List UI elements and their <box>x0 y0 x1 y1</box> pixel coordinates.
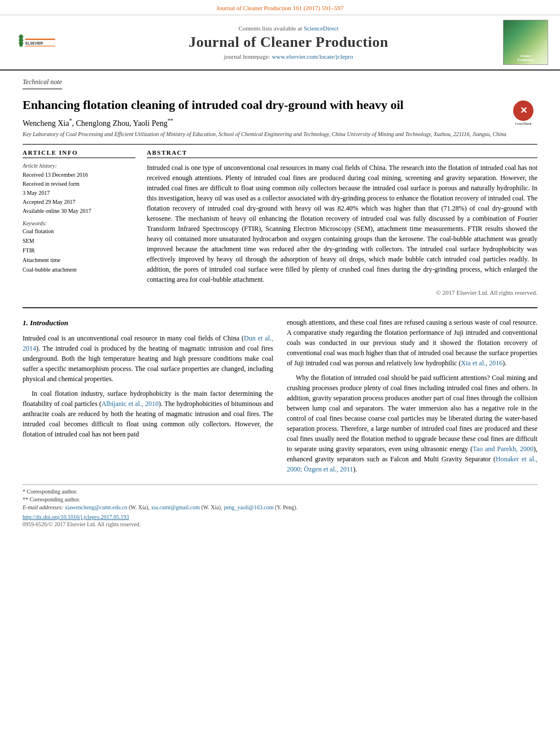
footnote-corresponding-2: ** Corresponding author. <box>23 496 537 503</box>
svg-rect-2 <box>19 39 23 41</box>
article-info-abstract-section: ARTICLE INFO Article history: Received 1… <box>23 149 537 296</box>
article-title-text: Enhancing flotation cleaning of intruded… <box>23 98 404 112</box>
body-two-col: 1. Introduction Intruded coal is an unco… <box>23 317 537 479</box>
article-info-heading: ARTICLE INFO <box>23 149 135 158</box>
ref-xia-2016[interactable]: Xia et al., 2016 <box>461 359 503 367</box>
keywords-section: Keywords: Coal flotation SEM FTIR Attach… <box>23 220 135 274</box>
copyright-text: © 2017 Elsevier Ltd. All rights reserved… <box>147 289 537 296</box>
body-col-right: enough attentions, and these coal fines … <box>287 317 537 479</box>
journal-header: ELSEVIER Contents lists available at Sci… <box>0 15 560 71</box>
affiliation-text: Key Laboratory of Coal Processing and Ef… <box>23 130 537 138</box>
divider-1 <box>23 144 537 145</box>
doi-link[interactable]: http://dx.doi.org/10.1016/j.jclepro.2017… <box>23 514 537 520</box>
crossmark-badge: ✕ CrossMark <box>509 99 537 128</box>
svg-text:ELSEVIER: ELSEVIER <box>25 41 43 45</box>
crossmark-icon: ✕ <box>513 101 533 121</box>
ref-dun-2014[interactable]: Dun et al., 2014 <box>23 334 273 352</box>
sciencedirect-link[interactable]: ScienceDirect <box>304 25 339 32</box>
intro-heading: 1. Introduction <box>23 317 273 329</box>
ref-honaker[interactable]: Honaker et al., 2000; Özgen et al., 2011 <box>287 455 537 473</box>
email-link-2[interactable]: xia.cumt@gmail.com <box>151 504 200 510</box>
journal-header-center: Contents lists available at ScienceDirec… <box>77 25 500 60</box>
intro-para-1: Intruded coal is an unconventional coal … <box>23 333 273 384</box>
email-link-3[interactable]: peng_yaoli@163.com <box>224 504 273 510</box>
email-link-1[interactable]: xiawencheng@cumt.edu.cn <box>65 504 128 510</box>
top-bar: Journal of Cleaner Production 161 (2017)… <box>0 0 560 15</box>
article-title-area: Enhancing flotation cleaning of intruded… <box>23 97 537 113</box>
issn-line: 0959-6526/© 2017 Elsevier Ltd. All right… <box>23 521 537 527</box>
authors-line: Wencheng Xia*, Chenglong Zhou, Yaoli Pen… <box>23 118 537 129</box>
journal-citation-link[interactable]: Journal of Cleaner Production 161 (2017)… <box>217 5 344 11</box>
abstract-heading: ABSTRACT <box>147 149 537 158</box>
crossmark-label: CrossMark <box>515 122 531 126</box>
history-label: Article history: <box>23 163 135 169</box>
intro-para-3: enough attentions, and these coal fines … <box>287 317 537 368</box>
svg-rect-3 <box>19 42 23 44</box>
elsevier-logo-icon: ELSEVIER <box>9 33 65 53</box>
intro-para-2: In coal flotation industry, surface hydr… <box>23 388 273 439</box>
footnotes-section: * Corresponding author. ** Corresponding… <box>23 484 537 510</box>
authors-text: Wencheng Xia*, Chenglong Zhou, Yaoli Pen… <box>23 119 173 128</box>
ref-tao-parekh[interactable]: Tao and Parekh, 2000 <box>473 445 533 453</box>
abstract-text: Intruded coal is one type of unconventio… <box>147 163 537 285</box>
article-dates: Received 13 December 2016 Received in re… <box>23 171 135 216</box>
homepage-url[interactable]: www.elsevier.com/locate/jclepro <box>272 53 353 60</box>
abstract-column: ABSTRACT Intruded coal is one type of un… <box>147 149 537 296</box>
contents-available-line: Contents lists available at ScienceDirec… <box>77 25 500 32</box>
elsevier-logo-area: ELSEVIER <box>9 33 77 53</box>
footnote-corresponding-1: * Corresponding author. <box>23 488 537 495</box>
article-info-column: ARTICLE INFO Article history: Received 1… <box>23 149 135 296</box>
cover-label: Cleaner Production <box>518 54 534 62</box>
ref-albijanic-2010[interactable]: Albijanic et al., 2010 <box>102 400 159 408</box>
article-type-label: Technical note <box>23 78 62 89</box>
main-content: Technical note Enhancing flotation clean… <box>0 71 560 539</box>
body-section: 1. Introduction Intruded coal is an unco… <box>23 307 537 527</box>
footnote-email: E-mail addresses: xiawencheng@cumt.edu.c… <box>23 504 537 510</box>
svg-rect-4 <box>25 38 55 40</box>
journal-cover-image: Cleaner Production <box>503 20 548 65</box>
journal-title: Journal of Cleaner Production <box>77 34 500 51</box>
svg-rect-1 <box>19 36 23 38</box>
keywords-list: Coal flotation SEM FTIR Attachment time … <box>23 226 135 274</box>
journal-cover-area: Cleaner Production <box>500 20 551 65</box>
intro-para-4: Why the flotation of intruded coal shoul… <box>287 373 537 474</box>
body-col-left: 1. Introduction Intruded coal is an unco… <box>23 317 273 479</box>
keywords-label: Keywords: <box>23 220 135 226</box>
svg-rect-6 <box>25 46 55 46</box>
journal-homepage-line: journal homepage: www.elsevier.com/locat… <box>77 53 500 60</box>
